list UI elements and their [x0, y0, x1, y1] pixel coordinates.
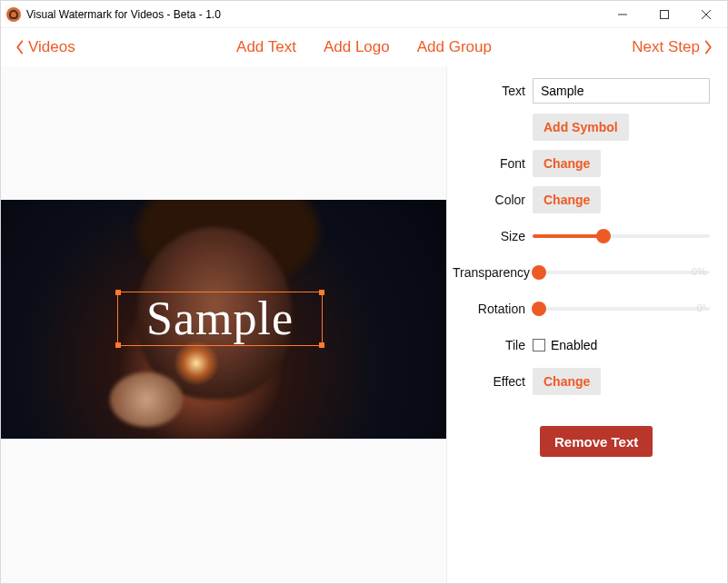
illustration-hand [110, 372, 183, 427]
window-title: Visual Watermark for Videos - Beta - 1.0 [26, 8, 221, 21]
handle-ne[interactable] [319, 290, 324, 295]
titlebar: Visual Watermark for Videos - Beta - 1.0 [1, 1, 727, 28]
slider-thumb[interactable] [532, 265, 546, 280]
content-area: Sample Text Add Symbol Font Change [1, 66, 727, 583]
row-transparency: Transparency 0% [453, 259, 714, 286]
rotation-slider[interactable]: 0° [533, 300, 710, 318]
row-remove: Remove Text [453, 426, 714, 457]
add-group-button[interactable]: Add Group [417, 38, 492, 56]
properties-panel: Text Add Symbol Font Change Color Change… [446, 66, 727, 583]
back-label: Videos [28, 38, 75, 56]
tile-checkbox-label: Enabled [551, 338, 597, 352]
row-tile: Tile Enabled [453, 332, 714, 359]
toolbar: Videos Add Text Add Logo Add Group Next … [1, 28, 727, 66]
rotation-value: 0° [696, 302, 706, 313]
label-tile: Tile [453, 338, 533, 352]
change-effect-button[interactable]: Change [533, 368, 601, 395]
label-text: Text [453, 84, 533, 98]
change-font-button[interactable]: Change [533, 150, 601, 177]
label-size: Size [453, 229, 533, 243]
text-input[interactable] [533, 78, 710, 104]
label-font: Font [453, 156, 533, 171]
row-effect: Effect Change [453, 368, 714, 395]
maximize-button[interactable] [643, 1, 685, 28]
next-step-button[interactable]: Next Step [632, 38, 714, 56]
size-slider[interactable] [533, 227, 710, 245]
app-window: Visual Watermark for Videos - Beta - 1.0… [0, 0, 728, 584]
slider-track [533, 271, 710, 274]
tile-checkbox[interactable] [533, 339, 545, 351]
handle-sw[interactable] [115, 342, 121, 348]
slider-thumb[interactable] [532, 302, 546, 316]
chevron-right-icon [702, 39, 714, 55]
handle-se[interactable] [319, 342, 324, 348]
illustration-glow [174, 341, 219, 386]
preview-pane: Sample [1, 66, 446, 583]
window-controls [602, 1, 727, 28]
next-label: Next Step [632, 38, 700, 56]
slider-fill [533, 234, 603, 238]
row-text: Text [453, 77, 714, 104]
back-button[interactable]: Videos [14, 38, 75, 56]
app-icon [6, 7, 21, 22]
label-rotation: Rotation [453, 302, 533, 316]
watermark-text: Sample [146, 295, 294, 342]
label-color: Color [453, 193, 533, 207]
label-effect: Effect [453, 374, 533, 389]
add-symbol-button[interactable]: Add Symbol [533, 114, 629, 141]
row-font: Font Change [453, 150, 714, 177]
row-rotation: Rotation 0° [453, 295, 714, 322]
add-text-button[interactable]: Add Text [236, 38, 296, 56]
transparency-slider[interactable]: 0% [533, 263, 710, 282]
row-add-symbol: Add Symbol [453, 114, 714, 141]
row-size: Size [453, 223, 714, 250]
slider-track [533, 307, 710, 311]
label-transparency: Transparency [453, 265, 533, 280]
video-frame[interactable]: Sample [1, 200, 446, 439]
slider-thumb[interactable] [596, 229, 611, 243]
handle-nw[interactable] [115, 290, 121, 295]
watermark-selection[interactable]: Sample [117, 292, 323, 346]
minimize-button[interactable] [602, 1, 643, 28]
change-color-button[interactable]: Change [533, 186, 601, 213]
close-button[interactable] [685, 1, 727, 28]
add-logo-button[interactable]: Add Logo [324, 38, 390, 56]
chevron-left-icon [14, 39, 26, 55]
row-color: Color Change [453, 186, 714, 213]
transparency-value: 0% [692, 266, 706, 277]
svg-rect-0 [661, 10, 669, 18]
remove-text-button[interactable]: Remove Text [540, 426, 653, 457]
